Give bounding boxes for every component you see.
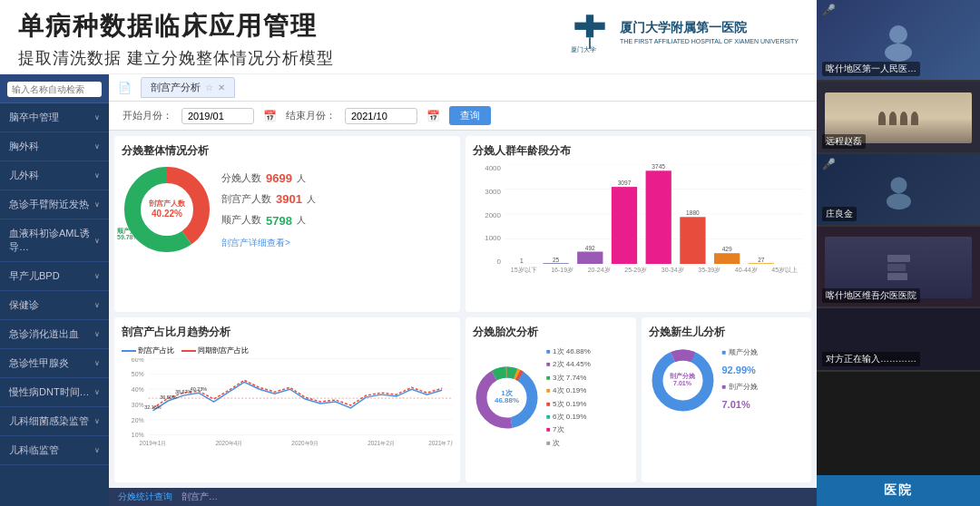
svg-text:38.67%: 38.67% xyxy=(175,389,192,394)
video-label-3: 庄良金 xyxy=(822,207,857,221)
mic-icon-3: 🎤 xyxy=(822,158,836,170)
svg-text:2020年4月: 2020年4月 xyxy=(215,440,242,446)
sidebar-item-chronic-dnt[interactable]: 慢性病DNT时间… ∨ xyxy=(0,378,109,407)
chart-delivery-count: 分娩胎次分析 xyxy=(466,317,636,482)
trend-chart-svg: 10% 20% 30% 40% 50% 60% 32.13% xyxy=(122,358,453,449)
trend-legend: 剖宫产占比 同期剖宫产占比 xyxy=(122,345,453,355)
chart-trend: 剖宫产占比月趋势分析 剖宫产占比 同期剖宫产占比 10 xyxy=(114,317,460,482)
y-axis: 0 1000 2000 3000 4000 xyxy=(473,164,505,282)
bottom-nav-item-cesarean[interactable]: 剖宫产… xyxy=(181,491,218,503)
sidebar-search[interactable] xyxy=(0,74,109,103)
svg-text:60%: 60% xyxy=(132,358,144,363)
query-button[interactable]: 查询 xyxy=(449,106,491,125)
donut-center: 1次 46.88% xyxy=(495,390,519,406)
video-label-4: 喀什地区维吾尔医医院 xyxy=(822,288,920,303)
chevron-down-icon: ∨ xyxy=(94,446,100,454)
end-date-input[interactable] xyxy=(345,108,417,124)
sidebar-item-stroke[interactable]: 脑卒中管理 ∨ xyxy=(0,103,109,132)
bottom-charts-row: 分娩胎次分析 xyxy=(466,317,811,482)
svg-point-63 xyxy=(887,193,911,209)
newborn-content: 剖产分娩 7.01% ■ 顺产分娩 92.99% ■ 剖产分娩 7.01% xyxy=(649,345,805,414)
svg-text:2019年1月: 2019年1月 xyxy=(140,440,167,446)
sidebar-item-health[interactable]: 保健诊 ∨ xyxy=(0,291,109,320)
header-left: 单病种数据临床应用管理 提取清洗数据 建立分娩整体情况分析模型 xyxy=(18,9,334,69)
x-axis-labels: 15岁以下16-19岁20-24岁25-29岁30-34岁35-39岁40-44… xyxy=(505,266,804,275)
sidebar-item-gi-bleed[interactable]: 急诊消化道出血 ∨ xyxy=(0,320,109,349)
donut-center-label: 剖宫产人数 40.22% xyxy=(149,200,185,219)
bottom-nav-item-delivery[interactable]: 分娩统计查询 xyxy=(118,491,172,503)
svg-rect-1 xyxy=(574,23,604,30)
svg-rect-15 xyxy=(577,252,603,265)
chevron-down-icon: ∨ xyxy=(94,301,100,309)
sidebar-item-thyroid[interactable]: 急诊性甲腺炎 ∨ xyxy=(0,349,109,378)
video-label-5: 对方正在输入………… xyxy=(822,352,920,366)
video-item-1: 🎤 喀什地区第一人民医… xyxy=(817,0,980,82)
tab-cesarean[interactable]: 剖宫产分析 ☆ ✕ xyxy=(141,77,235,98)
mic-icon-1: 🎤 xyxy=(822,4,836,16)
filter-bar: 开始月份： 📅 结束月份： 📅 查询 xyxy=(109,102,817,131)
hospital-name: 厦门大学附属第一医院 THE FIRST AFFILIATED HOSPITAL… xyxy=(620,20,799,44)
svg-text:492: 492 xyxy=(585,245,595,251)
newborn-legend: ■ 顺产分娩 92.99% ■ 剖产分娩 7.01% xyxy=(722,345,758,414)
svg-point-61 xyxy=(885,44,912,62)
chevron-down-icon: ∨ xyxy=(94,237,100,245)
bottom-nav: 分娩统计查询 剖宫产… xyxy=(109,488,817,506)
video-item-3: 🎤 庄良金 xyxy=(817,154,980,227)
sidebar-item-pediatric-monitor[interactable]: 儿科临监管 ∨ xyxy=(0,436,109,465)
svg-rect-16 xyxy=(612,187,637,264)
video-label-2: 远程赵磊 xyxy=(822,134,866,149)
hospital-logo-icon: 厦门大学 xyxy=(567,9,612,54)
svg-point-62 xyxy=(890,177,906,193)
calendar-icon-2[interactable]: 📅 xyxy=(426,110,440,122)
svg-rect-19 xyxy=(714,253,740,264)
sidebar-item-emergency-fever[interactable]: 急诊手臂附近发热 ∨ xyxy=(0,190,109,219)
right-panel: 🎤 喀什地区第一人民医… 远程赵磊 🎤 庄良金 xyxy=(817,0,980,506)
vaginal-label: 顺产人数 59.78% xyxy=(117,228,142,241)
svg-rect-14 xyxy=(543,263,568,264)
svg-text:1880: 1880 xyxy=(686,209,700,216)
svg-rect-17 xyxy=(646,170,671,264)
bar-chart-wrapper: 0 1000 2000 3000 4000 xyxy=(473,164,804,282)
bar-chart-svg: 1 25 492 3097 3745 1880 429 27 xyxy=(505,164,804,264)
sidebar-item-pediatric-surgery[interactable]: 儿外科 ∨ xyxy=(0,161,109,190)
dashboard-grid: 分娩整体情况分析 xyxy=(109,131,817,488)
chevron-down-icon: ∨ xyxy=(94,417,100,425)
sidebar-item-aml[interactable]: 血液科初诊AML诱导… ∨ xyxy=(0,219,109,262)
svg-text:32.13%: 32.13% xyxy=(144,404,162,410)
svg-text:429: 429 xyxy=(722,246,732,252)
video-item-5: 对方正在输入………… xyxy=(817,308,980,372)
delivery-count-donut: 1次 46.88% xyxy=(473,364,541,432)
svg-text:1: 1 xyxy=(520,258,524,264)
video-item-4: 喀什地区维吾尔医医院 xyxy=(817,227,980,308)
svg-text:3745: 3745 xyxy=(652,164,665,170)
sidebar-item-thoracic[interactable]: 胸外科 ∨ xyxy=(0,132,109,161)
sidebar-item-bpd[interactable]: 早产儿BPD ∨ xyxy=(0,262,109,291)
tab-bar: 📄 剖宫产分析 ☆ ✕ xyxy=(109,74,817,102)
delivery-count-legend: ■ 1次 46.88% ■ 2次 44.45% ■ 3次 7.74% ■ 4次 … xyxy=(546,345,591,450)
svg-text:20%: 20% xyxy=(132,417,144,423)
start-date-input[interactable] xyxy=(181,108,254,124)
sidebar: 脑卒中管理 ∨ 胸外科 ∨ 儿外科 ∨ 急诊手臂附近发热 ∨ 血液科初诊AML诱… xyxy=(0,74,109,506)
svg-rect-18 xyxy=(680,217,705,264)
search-input[interactable] xyxy=(7,82,102,97)
video-label-1: 喀什地区第一人民医… xyxy=(822,62,920,76)
person-icon-3 xyxy=(878,170,919,211)
donut-stats: 分娩人数 9699 人 剖宫产人数 3901 人 顺产人数 xyxy=(221,168,316,251)
svg-point-60 xyxy=(889,25,907,44)
svg-text:2021年2月: 2021年2月 xyxy=(368,440,395,446)
detail-link[interactable]: 剖宫产详细查看> xyxy=(221,235,316,251)
donut-container: 剖宫产人数 40.22% 顺产人数 59.78% xyxy=(122,164,212,255)
newborn-center: 剖产分娩 7.01% xyxy=(670,373,695,386)
calendar-icon[interactable]: 📅 xyxy=(263,110,277,122)
chart-age-distribution: 分娩人群年龄段分布 0 1000 2000 3000 4000 xyxy=(466,136,811,312)
video-item-2: 远程赵磊 xyxy=(817,82,980,154)
tab-close-icon[interactable]: ✕ xyxy=(218,83,225,92)
svg-text:3097: 3097 xyxy=(618,180,632,186)
hospital-logo: 厦门大学 厦门大学附属第一医院 THE FIRST AFFILIATED HOS… xyxy=(567,9,799,54)
svg-text:40.23%: 40.23% xyxy=(191,386,208,392)
svg-rect-20 xyxy=(749,263,774,264)
svg-text:50%: 50% xyxy=(132,371,144,377)
chevron-down-icon: ∨ xyxy=(94,171,100,180)
svg-text:30%: 30% xyxy=(132,402,144,408)
sidebar-item-bacterial[interactable]: 儿科细菌感染监管 ∨ xyxy=(0,407,109,436)
